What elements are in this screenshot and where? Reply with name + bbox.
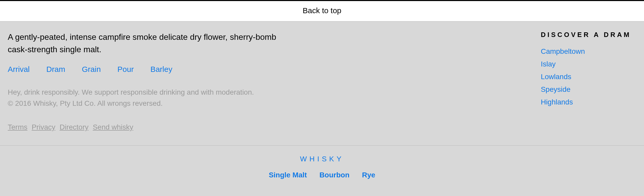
discover-lowlands[interactable]: Lowlands (541, 70, 631, 83)
discover-speyside[interactable]: Speyside (541, 83, 631, 96)
nav-pour[interactable]: Pour (117, 65, 134, 73)
discover-campbeltown[interactable]: Campbeltown (541, 45, 631, 58)
nav-arrival[interactable]: Arrival (8, 65, 30, 73)
nav-barley[interactable]: Barley (150, 65, 172, 73)
discover-heading: DISCOVER A DRAM (541, 31, 631, 39)
footer-left-column: A gently-peated, intense campfire smoke … (8, 31, 292, 131)
tagline-text: A gently-peated, intense campfire smoke … (8, 31, 292, 56)
disclaimer: Hey, drink responsibly. We support respo… (8, 87, 292, 109)
discover-list: Campbeltown Islay Lowlands Speyside High… (541, 45, 631, 108)
primary-nav: Arrival Dram Grain Pour Barley (8, 65, 292, 74)
discover-column: DISCOVER A DRAM Campbeltown Islay Lowlan… (541, 31, 636, 131)
footer-main: A gently-peated, intense campfire smoke … (0, 21, 644, 146)
back-to-top-link[interactable]: Back to top (303, 6, 341, 15)
legal-send-whisky[interactable]: Send whisky (93, 123, 133, 131)
nav-dram[interactable]: Dram (46, 65, 65, 73)
legal-terms[interactable]: Terms (8, 123, 27, 131)
disclaimer-line-1: Hey, drink responsibly. We support respo… (8, 87, 292, 98)
nav-grain[interactable]: Grain (82, 65, 101, 73)
footer-bottom: WHISKY Single Malt Bourbon Rye (0, 146, 644, 182)
legal-privacy[interactable]: Privacy (32, 123, 55, 131)
brand-wordmark: WHISKY (0, 155, 644, 163)
legal-links: Terms Privacy Directory Send whisky (8, 123, 292, 131)
bottom-nav-bourbon[interactable]: Bourbon (319, 171, 350, 179)
legal-directory[interactable]: Directory (60, 123, 88, 131)
disclaimer-line-2: © 2016 Whisky, Pty Ltd Co. All wrongs re… (8, 98, 292, 109)
discover-highlands[interactable]: Highlands (541, 96, 631, 108)
bottom-nav-rye[interactable]: Rye (362, 171, 375, 179)
bottom-nav: Single Malt Bourbon Rye (0, 171, 644, 179)
back-to-top-bar: Back to top (0, 0, 644, 21)
bottom-nav-single-malt[interactable]: Single Malt (269, 171, 307, 179)
discover-islay[interactable]: Islay (541, 58, 631, 70)
